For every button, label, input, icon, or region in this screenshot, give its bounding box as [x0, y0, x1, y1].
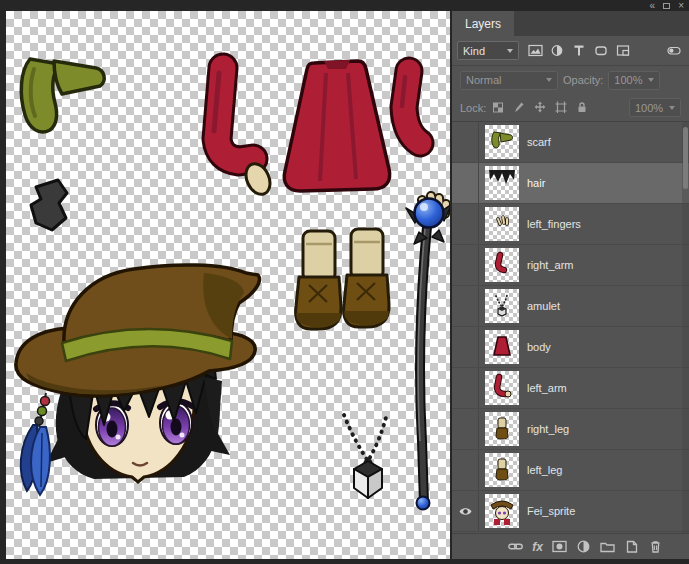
new-layer-button[interactable] [624, 539, 639, 554]
lock-frame-button[interactable] [551, 98, 570, 117]
layer-name: amulet [527, 300, 560, 312]
glove-sprite [31, 180, 67, 230]
visibility-toggle[interactable] [452, 245, 479, 285]
layer-filter-bar: Kind [452, 36, 689, 66]
layer-row-scarf[interactable]: scarf [452, 122, 689, 163]
link-layers-icon [508, 539, 523, 554]
layer-thumbnail[interactable] [485, 207, 519, 241]
visibility-toggle[interactable] [452, 409, 479, 449]
layer-mask-button[interactable] [552, 539, 567, 554]
scrollbar-thumb[interactable] [683, 127, 688, 189]
layer-thumbnail[interactable] [485, 330, 519, 364]
opacity-label: Opacity: [563, 74, 603, 86]
layer-mask-icon [552, 539, 567, 554]
close-icon[interactable]: × [678, 1, 684, 10]
smart-object-filter-button[interactable] [613, 41, 633, 60]
visibility-toggle[interactable] [452, 368, 479, 408]
type-layer-filter-button[interactable] [569, 41, 589, 60]
layer-row-left-fingers[interactable]: left_fingers [452, 204, 689, 245]
layer-name: right_arm [527, 259, 573, 271]
delete-layer-button[interactable] [648, 539, 663, 554]
shape-layer-filter-button[interactable] [591, 41, 611, 60]
layer-thumbnail[interactable] [485, 289, 519, 323]
layer-thumbnail[interactable] [485, 248, 519, 282]
lock-label: Lock: [460, 102, 486, 114]
pixel-layer-filter-icon [528, 44, 543, 57]
visibility-toggle[interactable] [452, 163, 479, 203]
layer-row-left-arm[interactable]: left_arm [452, 368, 689, 409]
chevron-down-icon [648, 78, 654, 82]
adjustment-layer-filter-icon [550, 44, 564, 57]
head-sprite [16, 265, 260, 495]
amulet-sprite [344, 413, 387, 498]
link-layers-button[interactable] [508, 539, 523, 554]
layer-list: scarf hair [452, 122, 689, 533]
visibility-toggle[interactable] [452, 286, 479, 326]
chevron-down-icon [669, 106, 675, 110]
layer-style-fx-icon: fx [532, 541, 543, 553]
layer-name: left_arm [527, 382, 567, 394]
layer-row-fei-sprite[interactable]: Fei_sprite [452, 491, 689, 532]
lock-position-button[interactable] [530, 98, 549, 117]
body-sprite [284, 60, 389, 191]
layer-name: Fei_sprite [527, 505, 575, 517]
kind-filter-select[interactable]: Kind [457, 41, 519, 60]
collapse-panels-icon[interactable]: « [650, 1, 656, 10]
new-group-icon [600, 539, 615, 554]
layer-name: scarf [527, 136, 551, 148]
staff-sprite [406, 199, 450, 510]
layer-row-body[interactable]: body [452, 327, 689, 368]
layer-row-right-arm[interactable]: right_arm [452, 245, 689, 286]
dock-box-icon[interactable] [663, 3, 670, 9]
fill-select[interactable]: 100% [629, 98, 681, 117]
layer-thumbnail[interactable] [485, 371, 519, 405]
layer-style-button[interactable]: fx [532, 541, 543, 553]
lock-transparency-button[interactable] [488, 98, 507, 117]
layer-thumbnail[interactable] [485, 494, 519, 528]
smart-object-filter-icon [616, 44, 630, 57]
layer-thumbnail[interactable] [485, 166, 519, 200]
layer-filter-toggle[interactable] [664, 41, 684, 60]
layers-scrollbar[interactable] [682, 122, 689, 533]
pixel-layer-filter-button[interactable] [525, 41, 545, 60]
layer-name: left_fingers [527, 218, 581, 230]
workspace: Layers Kind [0, 11, 689, 564]
visibility-toggle[interactable] [452, 122, 479, 162]
eye-icon [458, 506, 473, 517]
layer-filter-toggle-icon [667, 44, 681, 57]
lock-position-icon [534, 101, 546, 114]
layer-thumbnail[interactable] [485, 453, 519, 487]
adjustment-fill-icon [576, 539, 591, 554]
new-group-button[interactable] [600, 539, 615, 554]
lock-pixels-icon [513, 101, 525, 114]
layer-thumbnail[interactable] [485, 412, 519, 446]
layer-row-hair[interactable]: hair [452, 163, 689, 204]
fill-value: 100% [635, 102, 663, 114]
adjustment-fill-button[interactable] [576, 539, 591, 554]
layer-name: hair [527, 177, 545, 189]
opacity-select[interactable]: 100% [608, 71, 660, 90]
visibility-toggle[interactable] [452, 491, 479, 531]
lock-pixels-button[interactable] [509, 98, 528, 117]
panel-tab-bar: Layers [452, 11, 689, 36]
lock-transparency-icon [492, 101, 504, 114]
left-arm-sprite [214, 68, 275, 198]
kind-label: Kind [463, 45, 485, 57]
layer-thumbnail[interactable] [485, 125, 519, 159]
visibility-toggle[interactable] [452, 327, 479, 367]
lock-all-icon [576, 101, 588, 114]
layer-row-left-leg[interactable]: left_leg [452, 450, 689, 491]
visibility-toggle[interactable] [452, 204, 479, 244]
visibility-toggle[interactable] [452, 450, 479, 490]
photoshop-window: « × [0, 0, 689, 564]
canvas[interactable] [6, 11, 450, 559]
blend-mode-select[interactable]: Normal [460, 71, 558, 90]
adjustment-layer-filter-button[interactable] [547, 41, 567, 60]
type-filter-icon [572, 44, 586, 57]
layer-row-amulet[interactable]: amulet [452, 286, 689, 327]
chevron-down-icon [546, 78, 552, 82]
chevron-down-icon [507, 49, 513, 53]
lock-all-button[interactable] [572, 98, 591, 117]
tab-layers[interactable]: Layers [452, 11, 514, 36]
layer-row-right-leg[interactable]: right_leg [452, 409, 689, 450]
